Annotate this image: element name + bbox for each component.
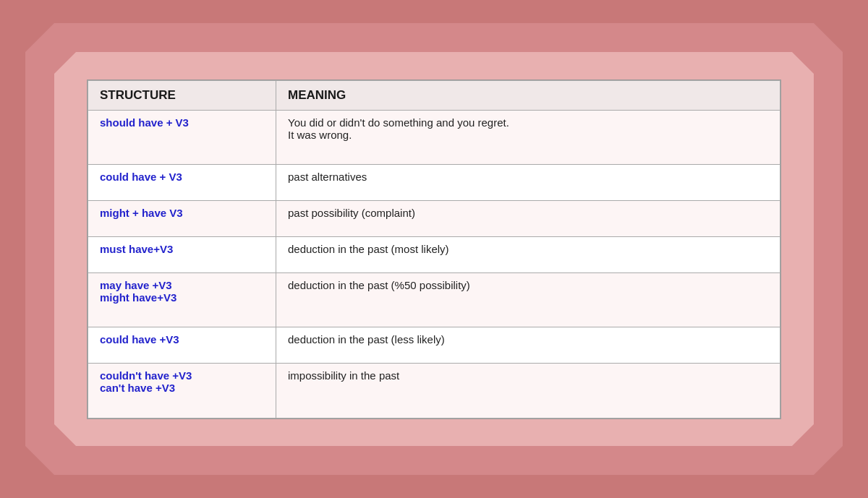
structure-cell: might + have V3 (88, 200, 276, 236)
structure-cell: could have +V3 (88, 327, 276, 364)
meaning-cell: impossibility in the past (276, 364, 780, 418)
structure-cell: must have+V3 (88, 236, 276, 272)
meaning-cell: past possibility (complaint) (276, 200, 780, 236)
structure-cell: could have + V3 (88, 164, 276, 200)
inner-frame: STRUCTURE MEANING should have + V3You di… (54, 52, 814, 446)
header-meaning: MEANING (276, 80, 780, 110)
meaning-cell: past alternatives (276, 164, 780, 200)
table-row: might + have V3past possibility (complai… (88, 200, 780, 236)
table-row: must have+V3deduction in the past (most … (88, 236, 780, 272)
outer-frame: STRUCTURE MEANING should have + V3You di… (25, 23, 843, 475)
table-row: should have + V3You did or didn't do som… (88, 110, 780, 164)
meaning-cell: deduction in the past (less likely) (276, 327, 780, 364)
table-row: could have + V3past alternatives (88, 164, 780, 200)
structure-cell: may have +V3might have+V3 (88, 273, 276, 327)
table-container: STRUCTURE MEANING should have + V3You di… (87, 80, 781, 419)
table-row: could have +V3deduction in the past (les… (88, 327, 780, 364)
meaning-cell: You did or didn't do something and you r… (276, 110, 780, 164)
meaning-cell: deduction in the past (most likely) (276, 236, 780, 272)
structure-cell: couldn't have +V3can't have +V3 (88, 364, 276, 418)
structure-cell: should have + V3 (88, 110, 276, 164)
grammar-table: STRUCTURE MEANING should have + V3You di… (88, 80, 780, 418)
header-structure: STRUCTURE (88, 80, 276, 110)
meaning-cell: deduction in the past (%50 possibility) (276, 273, 780, 327)
table-row: may have +V3might have+V3deduction in th… (88, 273, 780, 327)
table-row: couldn't have +V3can't have +V3impossibi… (88, 364, 780, 418)
